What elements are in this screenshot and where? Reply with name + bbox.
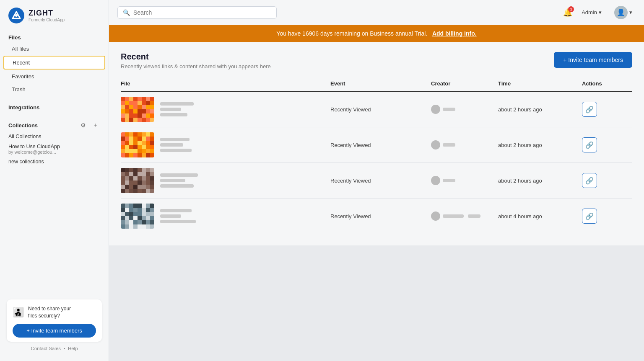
page-subtitle: Recently viewed links & content shared w…	[121, 63, 271, 70]
collection-title-howto: How to Use CloudApp	[8, 144, 100, 150]
admin-menu-button[interactable]: Admin ▾	[578, 8, 605, 17]
collections-add-icon[interactable]: ＋	[91, 121, 100, 130]
placeholder-line	[160, 179, 185, 182]
actions-cell-3: 🔗	[582, 173, 632, 188]
zight-logo-icon	[8, 8, 24, 23]
creator-name-placeholder-2	[443, 143, 455, 147]
topbar: 🔍 🔔 1 Admin ▾ 👤 ▾	[109, 0, 644, 25]
col-header-file: File	[121, 80, 330, 87]
file-cell-4	[121, 204, 330, 229]
event-cell-1: Recently Viewed	[330, 106, 431, 113]
actions-cell-1: 🔗	[582, 102, 632, 117]
collection-title-new: new collections	[8, 159, 100, 165]
sidebar-links: Contact Sales • Help	[7, 342, 102, 354]
file-cell-3	[121, 168, 330, 193]
creator-cell-3	[431, 176, 498, 185]
content-area: You have 16906 days remaining on Busines…	[109, 25, 644, 361]
page-header: Recent Recently viewed links & content s…	[109, 42, 644, 76]
svg-point-2	[15, 14, 18, 17]
placeholder-line	[160, 138, 190, 141]
file-thumbnail-1	[121, 97, 154, 122]
creator-cell-2	[431, 140, 498, 150]
collection-title: All Collections	[8, 134, 100, 139]
creator-name-placeholder-4b	[468, 214, 480, 218]
placeholder-line	[160, 220, 196, 223]
avatar-chevron-icon: ▾	[629, 9, 632, 15]
placeholder-line	[160, 173, 198, 177]
page-title-area: Recent Recently viewed links & content s…	[121, 52, 271, 70]
topbar-right: 🔔 1 Admin ▾ 👤 ▾	[563, 4, 636, 21]
sidebar-item-trash[interactable]: Trash	[3, 83, 105, 95]
collection-sub-howto: by welcome@getclou...	[8, 150, 100, 155]
copy-link-button-3[interactable]: 🔗	[582, 173, 597, 188]
sidebar-item-all-files[interactable]: All files	[3, 43, 105, 55]
actions-cell-4: 🔗	[582, 209, 632, 224]
copy-link-button-4[interactable]: 🔗	[582, 209, 597, 224]
creator-avatar-1	[431, 105, 440, 114]
brand-sub: Formerly CloudApp	[29, 18, 65, 22]
sidebar: ZIGHT Formerly CloudApp Files All files …	[0, 0, 109, 361]
file-cell-2	[121, 132, 330, 157]
files-table-container: File Event Creator Time Actions	[109, 76, 644, 245]
file-thumbnail-2	[121, 132, 154, 157]
collection-item-howto[interactable]: How to Use CloudApp by welcome@getclou..…	[0, 142, 109, 157]
avatar-menu-button[interactable]: 👤 ▾	[611, 4, 636, 21]
notifications-button[interactable]: 🔔 1	[563, 8, 572, 17]
col-header-time: Time	[498, 80, 582, 87]
chevron-down-icon: ▾	[599, 9, 602, 15]
help-link[interactable]: Help	[68, 346, 78, 351]
brand-name: ZIGHT	[29, 9, 65, 18]
placeholder-line	[160, 108, 181, 111]
placeholder-line	[160, 143, 183, 147]
share-card: 👨‍👧‍👦 Need to share yourfiles securely? …	[7, 299, 102, 342]
placeholder-line	[160, 184, 194, 188]
file-name-placeholder-4	[160, 209, 196, 223]
col-header-actions: Actions	[582, 80, 632, 87]
creator-name-placeholder-3	[443, 179, 455, 182]
invite-team-members-button-header[interactable]: + Invite team members	[554, 52, 632, 68]
page-title: Recent	[121, 52, 271, 62]
copy-link-button-1[interactable]: 🔗	[582, 102, 597, 117]
collections-section-row: Collections ⚙ ＋	[0, 116, 109, 132]
contact-sales-link[interactable]: Contact Sales	[31, 346, 61, 351]
trial-text: You have 16906 days remaining on Busines…	[276, 30, 427, 37]
creator-name-placeholder-1	[443, 108, 455, 111]
avatar: 👤	[614, 6, 628, 19]
file-name-placeholder-1	[160, 102, 194, 116]
invite-team-members-button-sidebar[interactable]: + Invite team members	[13, 324, 96, 338]
actions-cell-2: 🔗	[582, 137, 632, 152]
sidebar-footer: 👨‍👧‍👦 Need to share yourfiles securely? …	[0, 293, 109, 361]
table-row: Recently Viewed about 4 hours ago 🔗	[121, 199, 632, 234]
collection-item-all[interactable]: All Collections	[0, 132, 109, 142]
creator-avatar-4	[431, 211, 440, 221]
table-row: Recently Viewed about 2 hours ago 🔗	[121, 127, 632, 163]
time-cell-1: about 2 hours ago	[498, 106, 582, 113]
copy-link-button-2[interactable]: 🔗	[582, 137, 597, 152]
collections-icons: ⚙ ＋	[78, 121, 100, 130]
sidebar-item-favorites[interactable]: Favorites	[3, 70, 105, 83]
collections-settings-icon[interactable]: ⚙	[78, 121, 88, 130]
placeholder-line	[160, 214, 181, 218]
logo-text: ZIGHT Formerly CloudApp	[29, 9, 65, 22]
integrations-section-label: Integrations	[0, 100, 109, 112]
add-billing-cta[interactable]: Add billing info.	[432, 30, 477, 37]
search-input[interactable]	[133, 9, 271, 16]
collections-section-label: Collections	[8, 122, 38, 129]
creator-name-placeholder-4	[443, 214, 464, 218]
main-content: 🔍 🔔 1 Admin ▾ 👤 ▾ You have 16906 days re…	[109, 0, 644, 361]
file-name-placeholder-2	[160, 138, 192, 152]
files-section-label: Files	[0, 30, 109, 42]
creator-avatar-2	[431, 140, 440, 150]
collection-item-new[interactable]: new collections	[0, 157, 109, 167]
file-thumbnail-4	[121, 204, 154, 229]
sidebar-item-recent[interactable]: Recent	[3, 56, 105, 70]
event-cell-3: Recently Viewed	[330, 178, 431, 184]
search-icon: 🔍	[123, 9, 130, 16]
share-card-top: 👨‍👧‍👦 Need to share yourfiles securely?	[13, 305, 96, 320]
table-row: Recently Viewed about 2 hours ago 🔗	[121, 163, 632, 199]
file-cell-1	[121, 97, 330, 122]
logo-area: ZIGHT Formerly CloudApp	[0, 0, 109, 30]
search-box[interactable]: 🔍	[117, 6, 277, 19]
event-cell-2: Recently Viewed	[330, 142, 431, 148]
trial-banner: You have 16906 days remaining on Busines…	[109, 25, 644, 42]
